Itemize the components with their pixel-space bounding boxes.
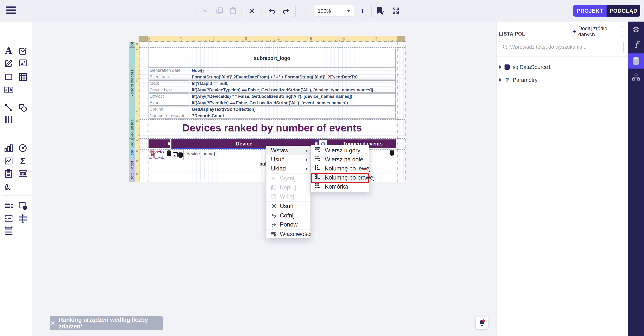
band-report-header[interactable]: ReportHeader1 [129, 47, 135, 119]
pageinfo-tool[interactable]: i [18, 201, 28, 211]
pdf-tool[interactable]: PDF [18, 169, 28, 179]
report-title[interactable]: Devices ranked by number of events [148, 122, 396, 135]
submenu-item-kolumne-po-lewej[interactable]: Kolumnę po lewej [311, 164, 369, 173]
main-menu-icon[interactable] [6, 7, 16, 15]
ruler-zero: 0 [136, 48, 138, 51]
info-row[interactable]: Event date: FormatString('{0:d}',?EventD… [148, 74, 396, 80]
paste-button[interactable] [228, 6, 238, 15]
expand-caret-icon[interactable] [499, 78, 502, 82]
submenu-item-wiersz-na-dole[interactable]: Wiersz na dole [311, 155, 369, 164]
rail-structure[interactable] [628, 70, 644, 85]
submenu-item-kolumne-po-prawej[interactable]: Kolumnę po prawej [311, 173, 369, 183]
info-row[interactable]: Number of records: ?RecordsCount [148, 113, 396, 118]
detail-expression[interactable]: Iif([device _id] == null , null , [150, 150, 166, 159]
band-group-header-1[interactable]: GroupHea [129, 119, 135, 138]
menu-item-usun-sub[interactable]: Usuń› [266, 155, 310, 164]
image-tool[interactable] [18, 58, 28, 68]
resize-handle[interactable] [168, 142, 171, 145]
barcode-tool[interactable] [4, 114, 14, 125]
ruler-number: 1 [180, 36, 182, 41]
gauge-tool[interactable] [18, 143, 28, 153]
menu-item-kopiuj[interactable]: Kopiuj [266, 183, 310, 192]
notifications-button[interactable] [476, 317, 488, 329]
menu-item-wklej[interactable]: Wklej [266, 192, 310, 201]
text-tool[interactable]: A [4, 46, 14, 56]
crossband-tool[interactable] [18, 214, 28, 224]
detail-image-cell[interactable] [172, 149, 184, 160]
cut-button[interactable]: ✂ [200, 6, 209, 15]
info-row[interactable]: Device type: Iif(Any(?DeviceTypeIds) == … [148, 87, 396, 93]
menu-item-cofnij[interactable]: Cofnij [266, 211, 310, 220]
fields-search[interactable] [499, 41, 624, 53]
detail-field[interactable]: [device_name] [186, 151, 215, 156]
menu-item-ponow[interactable]: Ponów [266, 220, 310, 229]
line-tool[interactable] [4, 103, 14, 113]
info-row[interactable]: Event: Iif(Any(?EventIds) == False, GetL… [148, 100, 396, 106]
submenu-item-komorka[interactable]: Komórka [311, 182, 369, 191]
redo-button[interactable] [281, 6, 290, 15]
toolbox-panel: A ab Σ PDF [0, 22, 33, 336]
info-row[interactable]: Map: Iif(?MapId == null,GetLocalizedStri… [148, 80, 396, 86]
rail-data[interactable] [628, 53, 644, 69]
shape-tool[interactable] [18, 103, 28, 113]
ruler-zero: 0 [136, 139, 138, 142]
zoom-select[interactable]: 100% [314, 5, 354, 17]
insert-row-above-icon [314, 147, 320, 154]
info-row[interactable]: Sorting: GetDisplayText(?SortDirection) [148, 106, 396, 112]
expand-caret-icon[interactable] [499, 65, 502, 69]
validate-button[interactable] [375, 6, 384, 15]
menu-item-wytnij[interactable]: ✂Wytnij [266, 174, 310, 183]
toc-tool[interactable] [4, 201, 14, 211]
band-page-footer[interactable]: PageF [129, 159, 135, 172]
add-datasource-button[interactable]: + Dodaj źródło danych [572, 26, 623, 37]
summary-tool[interactable]: Σ [18, 156, 28, 166]
tree-item-datasource[interactable]: sqlDataSource1 [499, 62, 624, 72]
redo-icon [270, 222, 277, 227]
insert-column-left-icon [314, 165, 320, 173]
subband-tool[interactable] [4, 226, 14, 236]
menu-item-wlasciwosci[interactable]: Właściwości [266, 230, 310, 239]
database-icon [633, 57, 639, 65]
info-row[interactable]: Generation date: Now() [148, 67, 396, 73]
chart-tool[interactable] [4, 143, 14, 153]
table-tool[interactable] [18, 72, 28, 82]
podglad-tab[interactable]: PODGLĄD [606, 5, 640, 17]
insert-column-right-icon [314, 174, 320, 182]
menu-item-wstaw[interactable]: Wstaw› [266, 146, 310, 155]
submenu-arrow-icon: › [306, 147, 307, 154]
checkbox-tool[interactable] [18, 46, 28, 56]
signature-tool[interactable] [4, 182, 14, 192]
submenu-item-wiersz-u-gory[interactable]: Wiersz u góry [311, 146, 369, 155]
clipboard-tool[interactable] [4, 169, 14, 179]
info-label: Device: [148, 93, 190, 99]
rail-functions[interactable]: f [628, 37, 644, 52]
fullscreen-button[interactable] [391, 6, 400, 15]
delete-button[interactable] [247, 6, 256, 15]
close-icon[interactable]: ✕ [50, 320, 55, 326]
subreport-logo-cell[interactable]: subreport_logo [148, 49, 396, 68]
copy-button[interactable] [215, 6, 224, 15]
pageband-tool[interactable] [4, 214, 14, 224]
band-bottom-margin[interactable]: Bott [129, 172, 135, 182]
document-tab[interactable]: ✕ Ranking urządzeń według liczby zdarzeń… [50, 316, 163, 330]
projekt-tab[interactable]: PROJEKT [573, 5, 606, 17]
tree-item-parameters[interactable]: ? Parametry [499, 75, 624, 85]
line-icon [4, 103, 13, 112]
panel-tool[interactable] [4, 72, 14, 82]
info-row[interactable]: Device: Iif(Any(?DeviceIds) == False, Ge… [148, 93, 396, 99]
rail-settings[interactable]: ⚙ [628, 22, 644, 37]
header-cell-empty[interactable] [148, 139, 170, 148]
search-input[interactable] [510, 44, 620, 50]
richtext-tool[interactable] [4, 58, 14, 68]
band-group-header-2[interactable]: Grou [129, 138, 135, 149]
celltext-tool[interactable]: ab [4, 84, 14, 95]
band-top-margin[interactable]: TopM [129, 42, 135, 47]
zoom-in-button[interactable]: + [358, 6, 367, 15]
sparkline-tool[interactable] [4, 156, 14, 166]
undo-button[interactable] [268, 6, 276, 15]
menu-item-usun[interactable]: Usuń [266, 202, 310, 211]
zoom-out-button[interactable]: − [300, 6, 309, 15]
panel-icon [4, 72, 13, 81]
menu-item-uklad[interactable]: Układ› [266, 164, 310, 173]
band-detail[interactable]: Deta [129, 149, 135, 159]
